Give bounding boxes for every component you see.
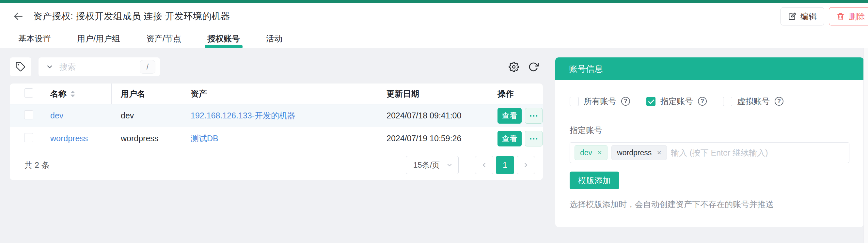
username-cell: wordpress — [112, 134, 182, 143]
accounts-table: 名称 用户名 资产 更新日期 操作 dev dev 192.168.126.13… — [10, 83, 543, 180]
updated-cell: 2024/07/19 10:59:26 — [377, 134, 488, 143]
column-header-actions: 操作 — [488, 89, 543, 99]
more-actions-button[interactable]: ⋯ — [525, 131, 542, 146]
account-info-panel: 账号信息 所有账号 ? 指定账号 ? 虚拟账号 ? 指 — [555, 58, 864, 227]
chevron-down-icon[interactable] — [46, 63, 54, 71]
total-count: 共 2 条 — [24, 160, 50, 171]
option-specified-accounts[interactable]: 指定账号 ? — [646, 96, 707, 107]
remove-chip-icon[interactable]: × — [597, 149, 602, 157]
chevron-down-icon — [446, 162, 453, 169]
asset-link[interactable]: 测试DB — [191, 134, 218, 143]
column-header-username: 用户名 — [112, 89, 182, 99]
option-label: 虚拟账号 — [737, 96, 770, 107]
template-helper-text: 选择模版添加时，会自动创建资产下不存在的账号并推送 — [570, 199, 849, 210]
edit-button-label: 编辑 — [800, 11, 817, 22]
account-chip[interactable]: dev × — [575, 145, 608, 160]
row-checkbox[interactable] — [24, 133, 33, 142]
table-header-row: 名称 用户名 资产 更新日期 操作 — [10, 83, 543, 104]
accounts-tag-input[interactable]: dev × wordpress × — [570, 142, 849, 163]
prev-page-button[interactable] — [475, 156, 493, 174]
tag-icon — [16, 62, 26, 72]
updated-cell: 2024/07/18 09:41:00 — [377, 111, 488, 120]
tab-assets-nodes[interactable]: 资产/节点 — [146, 29, 181, 48]
accounts-list-section: / 名称 — [10, 58, 543, 243]
all-accounts-checkbox[interactable] — [570, 97, 579, 106]
column-header-name: 名称 — [50, 89, 67, 99]
specified-accounts-checkbox[interactable] — [646, 97, 655, 106]
column-header-updated: 更新日期 — [377, 89, 488, 99]
top-accent-bar — [0, 0, 868, 3]
panel-title: 账号信息 — [555, 58, 864, 80]
select-all-checkbox[interactable] — [24, 89, 33, 98]
search-box[interactable]: / — [38, 58, 160, 76]
tag-filter-button[interactable] — [10, 58, 31, 76]
help-icon[interactable]: ? — [775, 97, 783, 106]
pagination-bar: 共 2 条 15条/页 1 — [10, 150, 543, 180]
view-button[interactable]: 查看 — [497, 131, 522, 146]
option-label: 所有账号 — [584, 96, 616, 107]
arrow-left-icon — [13, 11, 24, 22]
chevron-right-icon — [522, 162, 529, 169]
edit-icon — [788, 12, 797, 21]
table-row: wordpress wordpress 测试DB 2024/07/19 10:5… — [10, 127, 543, 150]
chip-label: dev — [580, 148, 592, 157]
remove-chip-icon[interactable]: × — [657, 149, 661, 157]
account-chip[interactable]: wordpress × — [612, 145, 667, 160]
tab-basic-settings[interactable]: 基本设置 — [18, 29, 51, 48]
page-size-value: 15条/页 — [413, 160, 440, 170]
search-input[interactable] — [59, 62, 134, 72]
content-area: / 名称 — [0, 48, 868, 243]
specified-accounts-label: 指定账号 — [570, 125, 849, 136]
next-page-button[interactable] — [517, 156, 535, 174]
page-number-button[interactable]: 1 — [496, 156, 514, 174]
username-cell: dev — [112, 111, 182, 120]
trash-icon — [836, 12, 845, 21]
gear-icon — [508, 62, 519, 72]
refresh-icon — [528, 62, 538, 72]
scrollbar-gutter[interactable] — [863, 48, 868, 243]
page-header: 资产授权: 授权开发组成员 连接 开发环境的机器 编辑 删除 — [0, 3, 868, 29]
tab-bar: 基本设置 用户/用户组 资产/节点 授权账号 活动 — [0, 29, 868, 48]
delete-button[interactable]: 删除 — [829, 7, 868, 26]
tab-activity[interactable]: 活动 — [266, 29, 282, 48]
tab-users-groups[interactable]: 用户/用户组 — [77, 29, 120, 48]
option-label: 指定账号 — [660, 96, 693, 107]
table-row: dev dev 192.168.126.133-开发的机器 2024/07/18… — [10, 104, 543, 127]
account-name-link[interactable]: dev — [50, 111, 63, 120]
account-type-options: 所有账号 ? 指定账号 ? 虚拟账号 ? — [570, 96, 849, 107]
table-toolbar: / — [10, 58, 543, 76]
template-add-button[interactable]: 模版添加 — [570, 172, 619, 189]
more-actions-button[interactable]: ⋯ — [525, 108, 542, 124]
row-checkbox[interactable] — [24, 110, 33, 119]
help-icon[interactable]: ? — [621, 97, 630, 106]
help-icon[interactable]: ? — [698, 97, 707, 106]
sort-icon[interactable] — [70, 91, 75, 97]
option-virtual-accounts[interactable]: 虚拟账号 ? — [723, 96, 783, 107]
view-button[interactable]: 查看 — [497, 108, 522, 124]
chevron-left-icon — [480, 162, 488, 169]
account-name-link[interactable]: wordpress — [50, 134, 88, 143]
page-title: 资产授权: 授权开发组成员 连接 开发环境的机器 — [33, 10, 230, 23]
virtual-accounts-checkbox[interactable] — [723, 97, 732, 106]
back-button[interactable] — [12, 10, 24, 22]
search-shortcut-badge: / — [140, 60, 155, 74]
account-input[interactable] — [671, 148, 844, 158]
table-settings-button[interactable] — [506, 59, 521, 74]
edit-button[interactable]: 编辑 — [780, 7, 824, 26]
column-header-asset: 资产 — [182, 89, 377, 99]
tab-authorized-accounts[interactable]: 授权账号 — [207, 29, 240, 48]
chip-label: wordpress — [617, 148, 652, 157]
refresh-button[interactable] — [526, 59, 541, 74]
asset-link[interactable]: 192.168.126.133-开发的机器 — [191, 111, 296, 120]
page-size-select[interactable]: 15条/页 — [406, 156, 459, 174]
option-all-accounts[interactable]: 所有账号 ? — [570, 96, 630, 107]
delete-button-label: 删除 — [849, 11, 865, 22]
